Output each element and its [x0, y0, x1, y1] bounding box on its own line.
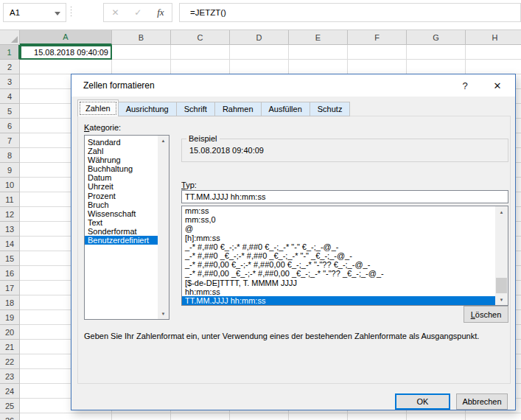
dialog-tab[interactable]: Schutz — [310, 102, 351, 116]
dialog-close-icon[interactable]: ✕ — [481, 74, 514, 97]
row-header[interactable]: 17 — [0, 281, 20, 295]
row-header[interactable]: 5 — [0, 104, 20, 119]
delete-button[interactable]: Löschen — [464, 306, 508, 323]
category-item[interactable]: Zahl — [85, 147, 158, 155]
select-all-corner[interactable] — [0, 30, 20, 45]
scroll-up-icon[interactable]: ▲ — [495, 206, 508, 217]
format-item[interactable]: hh:mm:ss — [182, 287, 495, 296]
insert-function-icon[interactable]: fx — [157, 7, 164, 18]
confirm-entry-icon[interactable]: ✓ — [134, 7, 141, 18]
row-header[interactable]: 20 — [0, 325, 20, 340]
row-header[interactable]: 3 — [0, 74, 20, 89]
format-item[interactable]: mm:ss,0 — [182, 215, 495, 224]
column-header[interactable]: B — [112, 30, 171, 45]
category-item[interactable]: Bruch — [85, 200, 158, 209]
row-header[interactable]: 2 — [0, 60, 20, 74]
column-header[interactable]: D — [230, 30, 289, 45]
format-item[interactable]: @ — [182, 224, 495, 233]
row-header[interactable]: 10 — [0, 178, 20, 192]
column-header[interactable]: E — [289, 30, 348, 45]
row-header[interactable]: 14 — [0, 237, 20, 251]
scrollbar-thumb[interactable] — [496, 278, 507, 293]
column-headers: ABCDEFGH — [20, 30, 521, 45]
cell-a1[interactable]: 15.08.2018 09:40:09 — [20, 45, 112, 60]
column-header[interactable]: H — [466, 30, 521, 45]
ok-button[interactable]: OK — [395, 393, 450, 410]
formula-input[interactable]: =JETZT() — [179, 3, 521, 22]
category-items: StandardZahlWährungBuchhaltungDatumUhrze… — [85, 138, 158, 245]
dialog-tab[interactable]: Zahlen — [77, 99, 119, 116]
format-item[interactable]: _-* #,##0 €_-;-* #,##0 €_-;_-* "-" €_-;_… — [182, 242, 495, 251]
category-item[interactable]: Uhrzeit — [85, 182, 158, 191]
row-header[interactable]: 15 — [0, 251, 20, 266]
dialog-tab[interactable]: Ausfüllen — [262, 102, 310, 116]
row-header[interactable]: 22 — [0, 354, 20, 369]
row-header[interactable]: 1 — [0, 45, 20, 60]
row-header[interactable]: 12 — [0, 207, 20, 222]
category-item[interactable]: Wissenschaft — [85, 209, 158, 218]
row-header[interactable]: 19 — [0, 310, 20, 325]
row-header[interactable]: 18 — [0, 295, 20, 310]
format-item[interactable]: [h]:mm:ss — [182, 234, 495, 242]
format-listbox: mm:ssmm:ss,0@[h]:mm:ss_-* #,##0 €_-;-* #… — [181, 206, 508, 306]
row-header[interactable]: 7 — [0, 133, 20, 148]
row-header[interactable]: 16 — [0, 266, 20, 281]
format-item[interactable]: _-* #,##0,00 €_-;-* #,##0,00 €_-;_-* "-"… — [182, 260, 495, 269]
cancel-button[interactable]: Abbrechen — [456, 393, 508, 410]
category-item[interactable]: Text — [85, 218, 158, 227]
column-header[interactable]: C — [171, 30, 230, 45]
formula-bar-drag-handle[interactable] — [71, 7, 71, 18]
row-header[interactable]: 4 — [0, 89, 20, 104]
row-header[interactable]: 25 — [0, 399, 20, 413]
dialog-tab[interactable]: Rahmen — [215, 102, 262, 116]
formula-bar: A1 ✕ ✓ fx =JETZT() — [0, 0, 521, 30]
dialog-help-icon[interactable]: ? — [449, 74, 481, 97]
format-items: mm:ssmm:ss,0@[h]:mm:ss_-* #,##0 €_-;-* #… — [182, 206, 495, 305]
format-item[interactable]: _-* #,##0,00 _€_-;-* #,##0,00 _€_-;_-* "… — [182, 269, 495, 278]
dialog-tab[interactable]: Schrift — [177, 102, 215, 116]
scroll-down-icon[interactable]: ▼ — [495, 294, 508, 305]
row-header[interactable]: 9 — [0, 163, 20, 178]
category-item[interactable]: Prozent — [85, 192, 158, 200]
format-item[interactable]: TT.MM.JJJJ hh:mm:ss — [182, 296, 495, 305]
column-header[interactable]: F — [348, 30, 407, 45]
row-header[interactable]: 23 — [0, 369, 20, 384]
row-header[interactable]: 26 — [0, 413, 20, 420]
format-scrollbar[interactable]: ▲ ▼ — [495, 206, 508, 305]
column-header[interactable]: A — [20, 30, 112, 45]
category-scrollbar[interactable]: ▲ ▼ — [158, 136, 169, 319]
format-item[interactable]: mm:ss — [182, 206, 495, 215]
name-box-dropdown-icon[interactable] — [55, 12, 60, 15]
numbers-tab-panel: Kategorie: StandardZahlWährungBuchhaltun… — [77, 116, 511, 384]
category-item[interactable]: Buchhaltung — [85, 164, 158, 173]
dialog-tab[interactable]: Ausrichtung — [119, 102, 177, 116]
example-value: 15.08.2018 09:40:09 — [189, 146, 264, 155]
name-box[interactable]: A1 — [3, 3, 66, 22]
format-item[interactable]: _-* #,##0 _€_-;-* #,##0 _€_-;_-* "-" _€_… — [182, 251, 495, 260]
category-item[interactable]: Währung — [85, 155, 158, 164]
scroll-up-icon[interactable]: ▲ — [158, 136, 169, 146]
row-header[interactable]: 24 — [0, 384, 20, 399]
category-listbox: StandardZahlWährungBuchhaltungDatumUhrze… — [84, 135, 169, 320]
dialog-tabs: ZahlenAusrichtungSchriftRahmenAusfüllenS… — [77, 99, 350, 116]
row-header[interactable]: 6 — [0, 119, 20, 133]
row-header[interactable]: 11 — [0, 192, 20, 207]
type-input[interactable]: TT.MM.JJJJ hh:mm:ss — [181, 190, 508, 203]
formula-bar-buttons: ✕ ✓ fx — [103, 3, 172, 22]
row-header[interactable]: 21 — [0, 340, 20, 354]
category-item[interactable]: Standard — [85, 138, 158, 147]
dialog-titlebar: Zellen formatieren ? ✕ — [71, 74, 515, 97]
category-item[interactable]: Datum — [85, 173, 158, 182]
cancel-entry-icon[interactable]: ✕ — [111, 7, 119, 18]
format-item[interactable]: [$-de-DE]TTTT, T. MMMM JJJJ — [182, 279, 495, 287]
row-header[interactable]: 13 — [0, 222, 20, 237]
dialog-help-text: Geben Sie Ihr Zahlenformat ein, unter Ve… — [84, 332, 508, 340]
scroll-down-icon[interactable]: ▼ — [158, 309, 169, 319]
row-header[interactable]: 8 — [0, 148, 20, 163]
column-header[interactable]: G — [407, 30, 466, 45]
category-item[interactable]: Benutzerdefiniert — [85, 236, 158, 245]
type-input-value: TT.MM.JJJJ hh:mm:ss — [185, 192, 265, 201]
column-header-row: ABCDEFGH — [0, 30, 521, 45]
row-headers: 1234567891011121314151617181920212223242… — [0, 45, 20, 420]
category-item[interactable]: Sonderformat — [85, 227, 158, 236]
